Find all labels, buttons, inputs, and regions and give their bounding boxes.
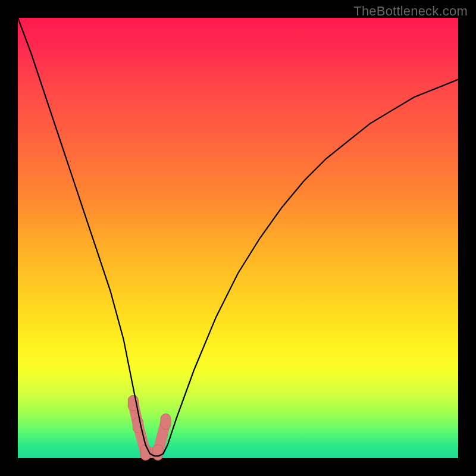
- plot-area: [18, 18, 458, 458]
- marker-range-floor-right: [153, 444, 163, 460]
- marker-range-end: [161, 414, 171, 430]
- curve-svg: [18, 18, 458, 458]
- chart-frame: TheBottleneck.com: [0, 0, 476, 476]
- watermark-text: TheBottleneck.com: [353, 4, 468, 19]
- bottleneck-curve: [18, 18, 458, 456]
